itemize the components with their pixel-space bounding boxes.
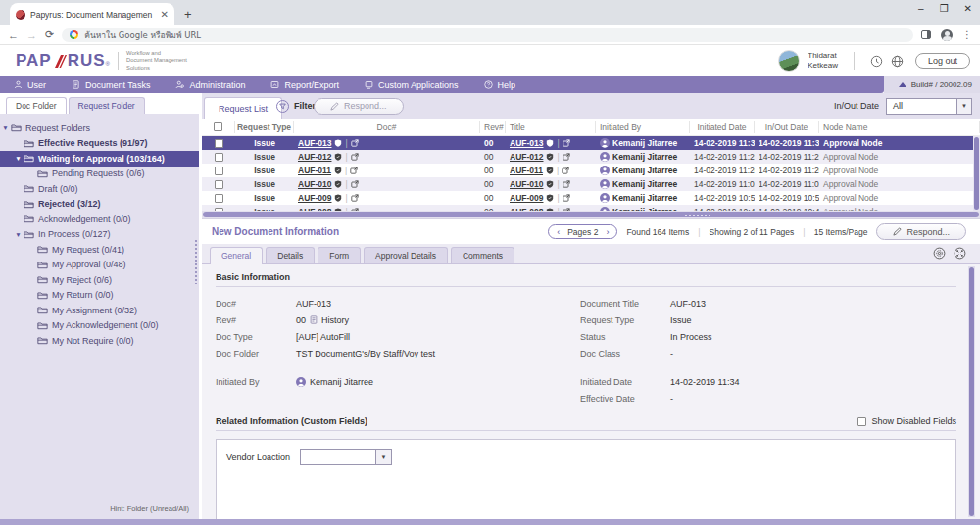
- detail-tab-general[interactable]: General: [210, 247, 263, 264]
- folder-item-my-reject[interactable]: My Reject (0/6): [0, 272, 199, 288]
- user-avatar[interactable]: [778, 50, 800, 72]
- filter-button[interactable]: Filter: [276, 100, 316, 113]
- browser-menu-icon[interactable]: ⋮: [962, 29, 972, 40]
- row-checkbox[interactable]: [215, 194, 223, 203]
- row-checkbox[interactable]: [215, 139, 223, 148]
- back-icon[interactable]: ←: [8, 29, 19, 41]
- column-header-initiated-by[interactable]: Initiated By: [596, 121, 690, 133]
- folder-item-my-approval[interactable]: My Approval (0/48): [0, 258, 199, 273]
- column-header-doc[interactable]: Doc#: [294, 121, 480, 133]
- doc-link[interactable]: AUF-013: [510, 138, 543, 148]
- doc-link[interactable]: AUF-009: [510, 193, 543, 203]
- show-disabled-checkbox[interactable]: [858, 417, 866, 426]
- expand-arrow-icon[interactable]: ▼: [0, 124, 11, 131]
- detail-tab-form[interactable]: Form: [318, 247, 361, 263]
- doc-link[interactable]: AUF-012: [510, 152, 543, 162]
- detail-vertical-scrollbar[interactable]: [968, 266, 975, 517]
- folder-item-my-acknowledgement[interactable]: My Acknowledgement (0/0): [0, 318, 199, 334]
- chevron-down-icon[interactable]: ▼: [376, 449, 392, 465]
- column-header-request-type[interactable]: Request Type: [235, 121, 294, 133]
- vendor-location-select[interactable]: ▼: [300, 449, 392, 465]
- row-checkbox[interactable]: [215, 167, 223, 175]
- folder-item-request-folders[interactable]: ▼Request Folders: [0, 120, 199, 136]
- table-row[interactable]: IssueAUF-012|00AUF-012|Kemanij Jitarree1…: [202, 150, 980, 164]
- column-header-initiated-date[interactable]: Initiated Date: [690, 121, 755, 133]
- inout-date-select[interactable]: All ▼: [886, 98, 972, 115]
- folder-item-acknowledgement[interactable]: Acknowledgement (0/0): [0, 212, 199, 227]
- expand-icon[interactable]: [954, 247, 966, 260]
- chevron-down-icon[interactable]: ▼: [956, 99, 971, 114]
- expand-arrow-icon[interactable]: ▼: [13, 231, 24, 238]
- sidebar-scroll-grip[interactable]: [194, 239, 198, 284]
- column-header-node-name[interactable]: Node Name: [819, 121, 980, 133]
- open-window-icon[interactable]: [350, 167, 358, 174]
- clock-icon[interactable]: [870, 55, 883, 68]
- open-window-icon[interactable]: [563, 153, 570, 161]
- logout-button[interactable]: Log out: [915, 53, 970, 69]
- doc-link[interactable]: AUF-010: [510, 179, 543, 189]
- show-disabled-fields[interactable]: Show Disabled Fields: [858, 416, 956, 426]
- window-close-icon[interactable]: ✕: [964, 3, 972, 14]
- menu-item-document-tasks[interactable]: Document Tasks: [72, 80, 150, 90]
- tab-request-folder[interactable]: Request Folder: [69, 97, 145, 114]
- reload-icon[interactable]: ⟳: [45, 28, 54, 41]
- expand-arrow-icon[interactable]: ▼: [13, 155, 24, 162]
- folder-item-my-request[interactable]: My Request (0/41): [0, 242, 199, 258]
- tab-close-icon[interactable]: ✕: [161, 9, 169, 20]
- open-window-icon[interactable]: [351, 180, 359, 188]
- menu-item-help[interactable]: Help: [484, 80, 516, 90]
- browser-tab[interactable]: Papyrus: Document Managemen ✕: [10, 3, 174, 25]
- row-checkbox[interactable]: [215, 153, 223, 162]
- folder-item-my-assignment[interactable]: My Assignment (0/32): [0, 303, 199, 318]
- browser-profile-icon[interactable]: [941, 29, 953, 41]
- open-window-icon[interactable]: [351, 153, 359, 161]
- tab-doc-folder[interactable]: Doc Folder: [6, 97, 67, 114]
- table-row[interactable]: IssueAUF-010|00AUF-010|Kemanij Jitarree1…: [202, 177, 980, 191]
- open-window-icon[interactable]: [563, 194, 570, 202]
- table-row[interactable]: IssueAUF-011|00AUF-011|Kemanij Jitarree1…: [202, 164, 980, 177]
- doc-link[interactable]: AUF-011: [298, 166, 331, 175]
- column-header-in-out-date[interactable]: In/Out Date: [755, 121, 819, 133]
- open-window-icon[interactable]: [563, 180, 570, 188]
- open-window-icon[interactable]: [351, 139, 359, 147]
- table-row[interactable]: IssueAUF-013|00AUF-013|Kemanij Jitarree1…: [202, 136, 980, 150]
- address-bar[interactable]: ค้นหาใน Google หรือพิมพ์ URL: [62, 28, 913, 42]
- new-tab-button[interactable]: +: [184, 7, 192, 22]
- tab-request-list[interactable]: Request List: [204, 97, 282, 119]
- menu-item-report-export[interactable]: Report/Export: [270, 80, 339, 90]
- folder-item-draft[interactable]: Draft (0/0): [0, 181, 199, 197]
- doc-link[interactable]: AUF-013: [298, 138, 331, 148]
- doc-link[interactable]: AUF-009: [298, 193, 331, 203]
- folder-item-waiting-for-approval[interactable]: ▼Waiting for Approval (103/164): [0, 151, 199, 167]
- window-minimize-icon[interactable]: –: [918, 3, 924, 14]
- forward-icon[interactable]: →: [26, 29, 37, 41]
- detail-tab-comments[interactable]: Comments: [451, 247, 514, 263]
- table-horizontal-scrollbar[interactable]: [202, 211, 980, 218]
- detail-tab-details[interactable]: Details: [266, 247, 315, 263]
- folder-item-my-return[interactable]: My Return (0/0): [0, 288, 199, 304]
- doc-link[interactable]: AUF-012: [298, 152, 331, 162]
- doc-link[interactable]: AUF-011: [510, 166, 543, 175]
- open-window-icon[interactable]: [563, 139, 570, 147]
- next-page-icon[interactable]: ›: [606, 227, 609, 237]
- column-header-select[interactable]: [202, 121, 235, 133]
- menu-item-user[interactable]: User: [14, 80, 46, 90]
- folder-item-rejected[interactable]: Rejected (3/12): [0, 197, 199, 213]
- detail-tab-approval-details[interactable]: Approval Details: [364, 247, 448, 263]
- select-all-checkbox[interactable]: [214, 122, 222, 131]
- settings-gear-icon[interactable]: [933, 247, 946, 260]
- table-vertical-scrollbar[interactable]: [973, 136, 980, 211]
- column-header-rev[interactable]: Rev#: [480, 121, 506, 133]
- side-panel-icon[interactable]: [921, 30, 931, 39]
- globe-icon[interactable]: [891, 55, 904, 68]
- prev-page-icon[interactable]: ‹: [557, 227, 560, 237]
- respond-button-detail[interactable]: Respond...: [876, 223, 966, 240]
- folder-item-in-process[interactable]: ▼In Process (0/127): [0, 227, 199, 243]
- folder-item-pending-requests[interactable]: Pending Requests (0/6): [0, 167, 199, 182]
- window-restore-icon[interactable]: ❐: [940, 3, 949, 14]
- column-header-title[interactable]: Title: [506, 121, 596, 133]
- menu-item-custom-applications[interactable]: Custom Applications: [365, 80, 459, 90]
- folder-item-effective-requests[interactable]: Effective Requests (91/97): [0, 136, 199, 152]
- open-window-icon[interactable]: [562, 167, 569, 174]
- doc-link[interactable]: AUF-010: [298, 179, 331, 189]
